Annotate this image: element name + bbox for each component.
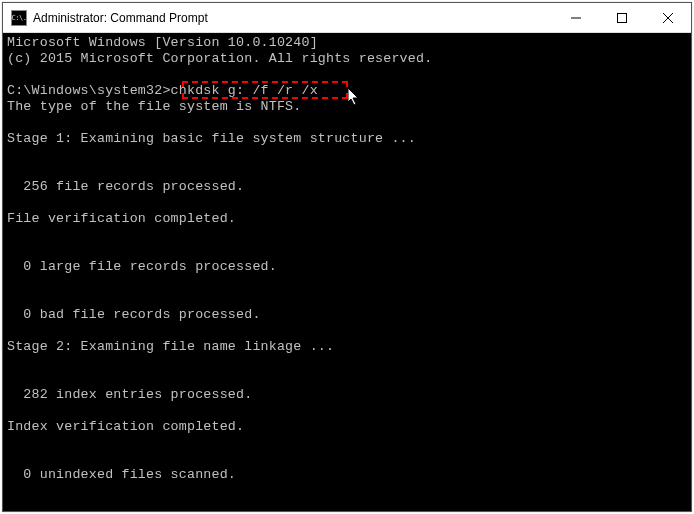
terminal-output[interactable]: Microsoft Windows [Version 10.0.10240](c… [3,33,691,511]
terminal-line: The type of the file system is NTFS. [7,99,687,115]
terminal-line: 0 large file records processed. [7,259,687,275]
window-title: Administrator: Command Prompt [33,11,553,25]
terminal-line: Stage 2: Examining file name linkage ... [7,339,687,355]
terminal-line [7,451,687,467]
terminal-line [7,243,687,259]
minimize-button[interactable] [553,3,599,33]
terminal-line [7,371,687,387]
maximize-button[interactable] [599,3,645,33]
terminal-line: C:\Windows\system32>chkdsk g: /f /r /x [7,83,687,99]
terminal-line [7,147,687,163]
terminal-line: File verification completed. [7,211,687,227]
terminal-line: Stage 1: Examining basic file system str… [7,131,687,147]
terminal-line [7,227,687,243]
terminal-line [7,403,687,419]
terminal-line [7,115,687,131]
cmd-icon: C:\. [11,10,27,26]
close-button[interactable] [645,3,691,33]
terminal-line [7,355,687,371]
terminal-line: Index verification completed. [7,419,687,435]
terminal-line [7,195,687,211]
window-controls [553,3,691,32]
terminal-line [7,163,687,179]
svg-rect-1 [618,14,627,23]
terminal-line [7,67,687,83]
terminal-line [7,275,687,291]
terminal-line: (c) 2015 Microsoft Corporation. All righ… [7,51,687,67]
command-prompt-window: C:\. Administrator: Command Prompt Micro… [2,2,692,512]
terminal-line [7,323,687,339]
terminal-line: 0 bad file records processed. [7,307,687,323]
terminal-line [7,435,687,451]
terminal-line [7,291,687,307]
terminal-line: 256 file records processed. [7,179,687,195]
terminal-line: Microsoft Windows [Version 10.0.10240] [7,35,687,51]
terminal-line: 0 unindexed files scanned. [7,467,687,483]
terminal-line: 282 index entries processed. [7,387,687,403]
titlebar[interactable]: C:\. Administrator: Command Prompt [3,3,691,33]
